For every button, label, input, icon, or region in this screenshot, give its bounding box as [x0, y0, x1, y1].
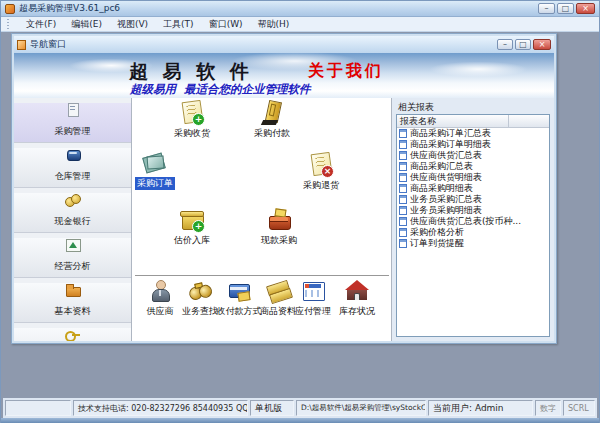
nav-window-title: 导航窗口: [30, 38, 66, 51]
report-doc-icon: [399, 173, 407, 182]
menu-item-help[interactable]: 帮助(H): [258, 18, 290, 31]
navigation-window: 导航窗口 – □ × 超 易 软 件 关于我们 超级易用 最适合您的企业管理软件: [11, 33, 557, 344]
minimize-icon[interactable]: –: [538, 3, 555, 14]
shortcut-panel: 采购收货 采购付款 采购订单 采购退货: [133, 98, 391, 341]
sidebar-item-system-maintenance[interactable]: 系统维护: [14, 328, 131, 341]
nav-window-titlebar[interactable]: 导航窗口 – □ ×: [14, 36, 554, 53]
shortcut-purchase-order[interactable]: 采购订单: [125, 151, 185, 190]
report-item[interactable]: 订单到货提醒: [397, 238, 549, 249]
person-icon: [147, 280, 173, 304]
binoculars-icon: [185, 278, 215, 307]
report-doc-icon: [399, 140, 407, 149]
status-empty-segment: [5, 400, 71, 416]
report-doc-icon: [399, 162, 407, 171]
card-icon: [226, 280, 252, 304]
goods-icon: [265, 280, 291, 304]
brand-slogan: 超级易用 最适合您的企业管理软件: [130, 82, 311, 97]
sidebar-item-cash-bank[interactable]: 现金银行: [14, 193, 131, 233]
coins-icon: [65, 193, 81, 206]
status-scrl-indicator: SCRL: [563, 400, 595, 416]
report-doc-icon: [399, 129, 407, 138]
toolbar-divider: [135, 275, 389, 277]
menu-bar: 文件(F) 编辑(E) 视图(V) 工具(T) 窗口(W) 帮助(H): [1, 17, 599, 32]
report-doc-icon: [399, 239, 407, 248]
folder-icon: [65, 283, 81, 296]
sidebar-item-basic-data[interactable]: 基本资料: [14, 283, 131, 323]
menu-item-edit[interactable]: 编辑(E): [71, 18, 102, 31]
warehouse-icon: [65, 148, 81, 161]
doc-plus-icon: [179, 101, 205, 125]
mdi-area: 导航窗口 – □ × 超 易 软 件 关于我们 超级易用 最适合您的企业管理软件: [3, 32, 597, 398]
window-title: 超易采购管理V3.61_pc6: [19, 2, 120, 15]
warehouse-building-icon: [344, 280, 370, 304]
report-empty-column-header[interactable]: [509, 115, 549, 127]
about-us-link[interactable]: 关于我们: [308, 61, 384, 82]
shortcut-valuation-inbound[interactable]: 估价入库: [162, 208, 222, 247]
status-bar: 技术支持电话: 020-82327296 85440935 QQ: 528135…: [3, 398, 597, 418]
box-plus-icon: [179, 208, 205, 232]
status-current-user: 当前用户: Admin: [428, 400, 533, 416]
purchase-doc-icon: [65, 103, 81, 116]
menu-item-view[interactable]: 视图(V): [117, 18, 148, 31]
maximize-icon[interactable]: □: [557, 3, 574, 14]
report-doc-icon: [399, 195, 407, 204]
toolbar-payables-mgmt[interactable]: 应付管理: [289, 280, 337, 318]
doc-x-icon: [308, 153, 334, 177]
menu-grip[interactable]: [7, 19, 9, 29]
toolbar-inventory-status[interactable]: 库存状况: [333, 280, 381, 318]
report-doc-icon: [399, 151, 407, 160]
menu-item-file[interactable]: 文件(F): [26, 18, 56, 31]
nav-close-icon[interactable]: ×: [533, 39, 551, 50]
menu-item-tools[interactable]: 工具(T): [163, 18, 194, 31]
status-support-phone: 技术支持电话: 020-82327296 85440935 QQ: 528135…: [73, 400, 248, 416]
reports-panel-title: 相关报表: [398, 101, 554, 114]
report-doc-icon: [399, 228, 407, 237]
banknote-icon: [259, 101, 285, 125]
nav-window-icon: [17, 40, 26, 50]
window-bottom-border: [1, 418, 599, 423]
report-doc-icon: [399, 184, 407, 193]
shortcut-purchase-return[interactable]: 采购退货: [291, 153, 351, 192]
banner: 超 易 软 件 关于我们 超级易用 最适合您的企业管理软件: [14, 53, 554, 98]
teal-doc-icon: [142, 151, 168, 175]
related-reports-panel: 相关报表 报表名称 商品采购订单汇总表 商品采购订单明细表: [391, 98, 554, 341]
category-sidebar: 采购管理 仓库管理 现金银行 经营分析: [14, 98, 132, 341]
status-num-indicator: 数字: [535, 400, 561, 416]
close-icon[interactable]: ×: [576, 3, 595, 14]
menu-item-window[interactable]: 窗口(W): [209, 18, 243, 31]
report-doc-icon: [399, 206, 407, 215]
shortcut-purchase-receiving[interactable]: 采购收货: [162, 101, 222, 140]
shortcut-cash-purchase[interactable]: 现款采购: [249, 208, 309, 247]
sidebar-item-warehouse-mgmt[interactable]: 仓库管理: [14, 148, 131, 188]
report-doc-icon: [399, 217, 407, 226]
nav-minimize-icon[interactable]: –: [497, 39, 513, 50]
sidebar-item-purchase-mgmt[interactable]: 采购管理: [14, 103, 131, 143]
key-icon: [65, 328, 81, 341]
sidebar-item-business-analysis[interactable]: 经营分析: [14, 238, 131, 278]
window-controls: – □ ×: [538, 3, 595, 14]
shortcut-purchase-payment[interactable]: 采购付款: [242, 101, 302, 140]
nav-window-controls: – □ ×: [497, 39, 551, 50]
status-db-path: D:\超易软件\超易采购管理\syStockC.sys: [296, 400, 426, 416]
app-icon: [5, 4, 15, 14]
grid-table-icon: [300, 280, 326, 304]
chart-icon: [65, 238, 81, 251]
nav-maximize-icon[interactable]: □: [515, 39, 531, 50]
window-titlebar: 超易采购管理V3.61_pc6 – □ ×: [1, 1, 599, 17]
status-edition-badge: 单机版: [250, 400, 294, 416]
report-name-column-header[interactable]: 报表名称: [397, 115, 509, 127]
nav-window-body: 超 易 软 件 关于我们 超级易用 最适合您的企业管理软件 采购管理 仓库管理: [14, 53, 554, 341]
reports-list: 报表名称 商品采购订单汇总表 商品采购订单明细表 供应商供货汇总表: [396, 114, 550, 337]
application-window: 超易采购管理V3.61_pc6 – □ × 文件(F) 编辑(E) 视图(V) …: [0, 0, 600, 423]
wallet-icon: [266, 208, 292, 232]
